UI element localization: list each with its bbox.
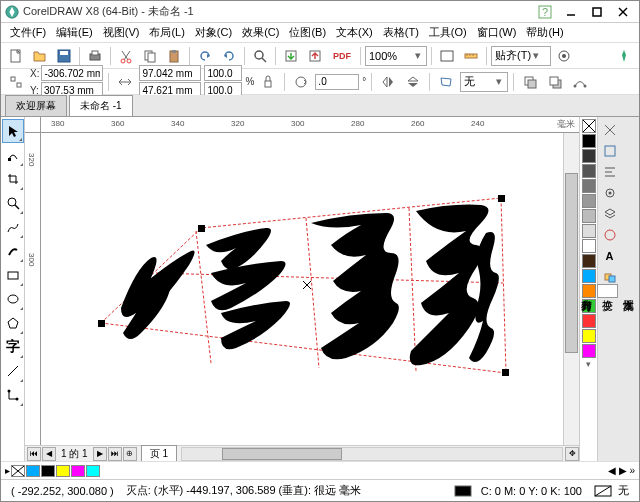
mirror-v-button[interactable] [402, 71, 424, 93]
docker-align-icon[interactable] [601, 163, 619, 181]
swatch[interactable] [582, 314, 596, 328]
doc-swatch[interactable] [86, 465, 100, 477]
paste-button[interactable] [163, 45, 185, 67]
menu-view[interactable]: 视图(V) [98, 25, 145, 40]
menu-help[interactable]: 帮助(H) [521, 25, 568, 40]
swatch[interactable] [582, 299, 596, 313]
rotation-field[interactable] [315, 74, 359, 90]
palette-more[interactable]: ▾ [586, 359, 591, 369]
docker-text-icon[interactable]: A [601, 247, 619, 265]
doc-swatch[interactable] [26, 465, 40, 477]
docker-color-icon[interactable] [601, 226, 619, 244]
swatch[interactable] [582, 269, 596, 283]
help-mini-icon[interactable]: ? [533, 3, 557, 21]
freehand-tool[interactable] [2, 215, 24, 239]
swatch[interactable] [582, 329, 596, 343]
ellipse-tool[interactable] [2, 287, 24, 311]
swatch[interactable] [582, 209, 596, 223]
polygon-tool[interactable] [2, 311, 24, 335]
docker-close-icon[interactable] [601, 121, 619, 139]
menu-object[interactable]: 对象(C) [190, 25, 237, 40]
swatch[interactable] [582, 149, 596, 163]
docker-tab-text[interactable]: 文本属性 [618, 284, 639, 298]
nav-next[interactable]: ▶ [93, 447, 107, 461]
swatch[interactable] [582, 344, 596, 358]
nav-pan[interactable]: ✥ [565, 447, 579, 461]
tab-welcome[interactable]: 欢迎屏幕 [5, 95, 67, 116]
swatch[interactable] [582, 224, 596, 238]
nav-first[interactable]: ⏮ [27, 447, 41, 461]
shape-tool[interactable] [2, 143, 24, 167]
hscrollbar[interactable] [181, 447, 563, 461]
page-tab[interactable]: 页 1 [141, 445, 177, 463]
menu-edit[interactable]: 编辑(E) [51, 25, 98, 40]
zoom-tool[interactable] [2, 191, 24, 215]
doc-swatch[interactable] [71, 465, 85, 477]
front-button[interactable] [519, 71, 541, 93]
swatch[interactable] [582, 134, 596, 148]
swatch[interactable] [582, 179, 596, 193]
launch-button[interactable] [613, 45, 635, 67]
swatch-none[interactable] [582, 119, 596, 133]
scale-x-field[interactable] [204, 65, 242, 81]
minimize-button[interactable] [559, 3, 583, 21]
width-field[interactable] [139, 65, 201, 81]
menu-layout[interactable]: 布局(L) [144, 25, 189, 40]
export-button[interactable] [304, 45, 326, 67]
snap-combo[interactable]: 贴齐(T)▾ [491, 46, 551, 66]
convert-curves-button[interactable] [569, 71, 591, 93]
search-button[interactable] [249, 45, 271, 67]
swatch[interactable] [582, 164, 596, 178]
doc-swatch[interactable] [56, 465, 70, 477]
menu-table[interactable]: 表格(T) [378, 25, 424, 40]
artwork-calligraphy[interactable] [81, 173, 511, 393]
tab-document[interactable]: 未命名 -1 [69, 95, 133, 116]
docker-layers-icon[interactable] [601, 205, 619, 223]
pdf-button[interactable]: PDF [328, 45, 356, 67]
save-button[interactable] [53, 45, 75, 67]
lock-ratio-button[interactable] [257, 71, 279, 93]
artistic-media-tool[interactable] [2, 239, 24, 263]
rectangle-tool[interactable] [2, 263, 24, 287]
menu-effects[interactable]: 效果(C) [237, 25, 284, 40]
pos-x-field[interactable] [41, 65, 103, 81]
close-button[interactable] [611, 3, 635, 21]
menu-tools[interactable]: 工具(O) [424, 25, 472, 40]
docker-transform-icon[interactable] [601, 142, 619, 160]
canvas[interactable] [41, 133, 579, 445]
doc-swatch[interactable] [41, 465, 55, 477]
menu-window[interactable]: 窗口(W) [472, 25, 522, 40]
parallel-dim-tool[interactable] [2, 359, 24, 383]
text-tool[interactable]: 字 [2, 335, 24, 359]
connector-tool[interactable] [2, 383, 24, 407]
swatch[interactable] [582, 194, 596, 208]
cut-button[interactable] [115, 45, 137, 67]
nav-prev[interactable]: ◀ [42, 447, 56, 461]
open-button[interactable] [29, 45, 51, 67]
crop-tool[interactable] [2, 167, 24, 191]
ruler-vertical[interactable]: 320 300 [25, 133, 41, 445]
new-button[interactable] [5, 45, 27, 67]
maximize-button[interactable] [585, 3, 609, 21]
redo-button[interactable] [218, 45, 240, 67]
pick-tool[interactable] [2, 119, 24, 143]
vscrollbar[interactable] [563, 133, 579, 445]
rulers-button[interactable] [460, 45, 482, 67]
docker-tab-transform[interactable]: 变换 [597, 284, 618, 298]
import-button[interactable] [280, 45, 302, 67]
doc-palette-more[interactable]: ▸ [5, 465, 10, 476]
docker-tab-align[interactable]: 对齐与分布 [576, 284, 597, 298]
back-button[interactable] [544, 71, 566, 93]
print-button[interactable] [84, 45, 106, 67]
menu-bitmap[interactable]: 位图(B) [284, 25, 331, 40]
swatch[interactable] [582, 239, 596, 253]
options-button[interactable] [553, 45, 575, 67]
swatch[interactable] [582, 254, 596, 268]
menu-text[interactable]: 文本(X) [331, 25, 378, 40]
menu-file[interactable]: 文件(F) [5, 25, 51, 40]
zoom-combo[interactable]: 100%▾ [365, 46, 427, 66]
doc-swatch-none[interactable] [11, 465, 25, 477]
nav-last[interactable]: ⏭ [108, 447, 122, 461]
docker-gear-icon[interactable] [601, 184, 619, 202]
fullscreen-button[interactable] [436, 45, 458, 67]
